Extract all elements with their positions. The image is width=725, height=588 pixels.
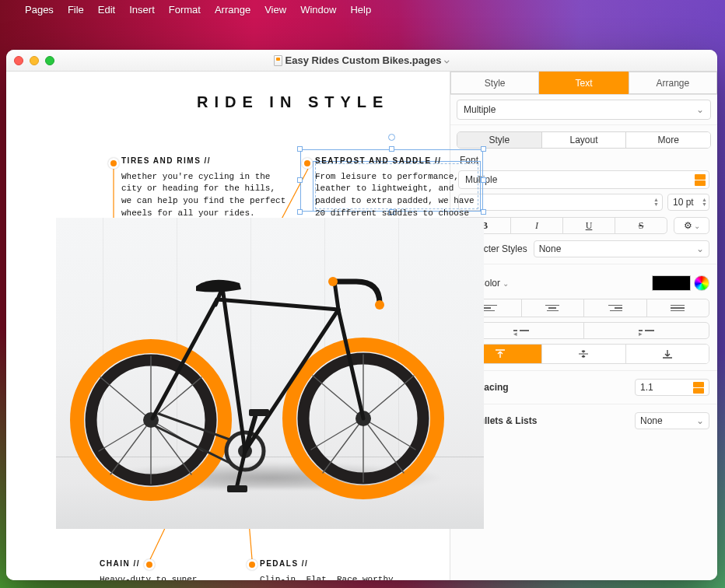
paragraph-style-select[interactable]: Multiple ⌄ xyxy=(457,100,711,120)
text-box-tires[interactable]: TIRES AND RIMS // Whether you're cycling… xyxy=(121,156,289,220)
callout-marker-seatpost[interactable] xyxy=(302,158,313,169)
spacing-value: 1.1 xyxy=(640,382,653,393)
callout-marker-pedals[interactable] xyxy=(247,559,257,570)
bullets-row[interactable]: ▸ Bullets & Lists None ⌄ xyxy=(450,404,717,437)
subtab-more[interactable]: More xyxy=(626,132,710,148)
resize-handle-tm[interactable] xyxy=(389,146,394,152)
text-box-heading: TIRES AND RIMS // xyxy=(121,156,289,167)
menubar-item-format[interactable]: Format xyxy=(169,4,201,16)
valign-middle-icon xyxy=(577,348,590,359)
rotate-handle-icon[interactable] xyxy=(388,134,395,141)
menubar-item-arrange[interactable]: Arrange xyxy=(215,4,250,16)
zoom-button[interactable] xyxy=(45,56,54,65)
valign-middle-button[interactable] xyxy=(542,345,625,363)
bicycle-image[interactable] xyxy=(56,218,484,529)
callout-marker-tires[interactable] xyxy=(108,158,119,169)
font-style-buttons: B I U S xyxy=(458,217,667,234)
char-styles-select[interactable]: None ⌄ xyxy=(534,240,709,257)
align-right-button[interactable] xyxy=(584,299,647,317)
bullets-value: None xyxy=(640,415,663,426)
callout-marker-chain[interactable] xyxy=(144,559,155,570)
color-wheel-icon[interactable] xyxy=(694,275,709,291)
text-box-chain[interactable]: CHAIN // Heavy-duty to super light, or a… xyxy=(100,558,224,580)
vertical-align-buttons xyxy=(458,344,709,364)
tab-style[interactable]: Style xyxy=(450,72,539,94)
document-proxy-icon[interactable] xyxy=(274,55,282,66)
spacing-stepper-icon[interactable] xyxy=(693,382,704,394)
document-canvas[interactable]: RIDE IN STYLE TIRES AND RIMS // Whether … xyxy=(6,72,450,580)
subtab-style[interactable]: Style xyxy=(457,132,542,148)
resize-handle-tl[interactable] xyxy=(297,146,303,152)
svg-line-22 xyxy=(323,418,363,473)
menubar-item-view[interactable]: View xyxy=(264,4,286,16)
svg-line-14 xyxy=(110,420,151,474)
align-left-icon xyxy=(483,305,497,312)
advanced-font-button[interactable]: ⚙︎ ⌄ xyxy=(674,217,709,234)
spacing-row[interactable]: ▸ Spacing 1.1 xyxy=(450,371,717,404)
svg-line-36 xyxy=(334,282,338,310)
text-box-heading: CHAIN // xyxy=(100,558,224,570)
svg-rect-42 xyxy=(249,409,269,416)
svg-rect-40 xyxy=(227,485,247,492)
font-group: Font Multiple ▲▼ 10 pt ▲▼ B xyxy=(450,155,717,264)
bullets-select[interactable]: None ⌄ xyxy=(635,412,709,429)
resize-handle-tr[interactable] xyxy=(481,146,486,152)
text-subtabs: Style Layout More xyxy=(457,131,711,149)
resize-handle-br[interactable] xyxy=(481,209,486,215)
svg-point-37 xyxy=(328,277,338,286)
font-family-stepper-icon[interactable] xyxy=(695,174,706,186)
pages-window: Easy Rides Custom Bikes.pages ⌵ RIDE IN … xyxy=(6,50,717,580)
menubar-item-help[interactable]: Help xyxy=(350,4,371,16)
title-menu-chevron-icon[interactable]: ⌵ xyxy=(444,55,450,65)
valign-bottom-icon xyxy=(661,348,674,359)
text-box-pedals[interactable]: PEDALS // Clip-in. Flat. Race worthy. Me… xyxy=(260,558,400,580)
underline-button[interactable]: U xyxy=(563,218,615,233)
inspector-tabs: Style Text Arrange xyxy=(450,72,717,95)
window-titlebar[interactable]: Easy Rides Custom Bikes.pages ⌵ xyxy=(6,50,717,72)
strikethrough-button[interactable]: S xyxy=(615,218,667,233)
bicycle-drawing xyxy=(56,218,484,529)
align-center-button[interactable] xyxy=(522,299,585,317)
tab-arrange[interactable]: Arrange xyxy=(629,72,717,94)
font-size-field[interactable]: 10 pt ▲▼ xyxy=(667,194,709,211)
chevron-down-icon: ⌄ xyxy=(696,243,704,254)
indent-buttons: ◂ ▸ xyxy=(458,322,709,339)
italic-button[interactable]: I xyxy=(511,218,563,233)
resize-handle-ml[interactable] xyxy=(297,177,303,183)
align-justify-button[interactable] xyxy=(647,299,709,317)
menubar-app[interactable]: Pages xyxy=(25,4,54,16)
increase-indent-button[interactable]: ▸ xyxy=(584,323,709,338)
tab-text[interactable]: Text xyxy=(539,72,628,94)
font-family-select[interactable]: Multiple xyxy=(458,170,709,189)
spacing-select[interactable]: 1.1 xyxy=(635,379,709,396)
menubar-item-edit[interactable]: Edit xyxy=(98,4,115,16)
up-down-icon: ▲▼ xyxy=(653,198,659,207)
text-box-heading: SEATPOST AND SADDLE // xyxy=(315,156,478,167)
align-right-icon xyxy=(608,305,622,312)
subtab-layout[interactable]: Layout xyxy=(542,132,627,148)
page-title[interactable]: RIDE IN STYLE xyxy=(197,93,450,111)
valign-bottom-button[interactable] xyxy=(626,345,709,363)
text-color-swatch[interactable] xyxy=(652,275,691,291)
resize-handle-mr[interactable] xyxy=(481,177,486,183)
font-size-value: 10 pt xyxy=(673,197,694,208)
text-box-body: Heavy-duty to super light, or anywhere i… xyxy=(100,574,224,581)
svg-line-8 xyxy=(100,377,151,420)
resize-handle-bl[interactable] xyxy=(297,209,303,215)
close-button[interactable] xyxy=(14,56,23,65)
text-box-body: Clip-in. Flat. Race worthy. Metal. Nonsl… xyxy=(260,574,400,581)
format-sidebar: Style Text Arrange Multiple ⌄ Style Layo… xyxy=(450,72,717,580)
text-box-body: Whether you're cycling in the city or he… xyxy=(121,171,289,221)
svg-line-19 xyxy=(363,418,415,450)
menubar-item-window[interactable]: Window xyxy=(300,4,336,16)
font-face-select[interactable]: ▲▼ xyxy=(458,194,663,211)
text-box-heading: PEDALS // xyxy=(260,558,400,570)
chevron-down-icon: ⌄ xyxy=(696,104,704,115)
char-styles-value: None xyxy=(539,243,562,254)
menubar-item-file[interactable]: File xyxy=(68,4,84,16)
minimize-button[interactable] xyxy=(30,56,39,65)
svg-line-23 xyxy=(363,418,404,473)
chevron-down-icon: ⌄ xyxy=(696,415,704,426)
size-stepper-icon[interactable]: ▲▼ xyxy=(702,198,707,207)
menubar-item-insert[interactable]: Insert xyxy=(129,4,155,16)
